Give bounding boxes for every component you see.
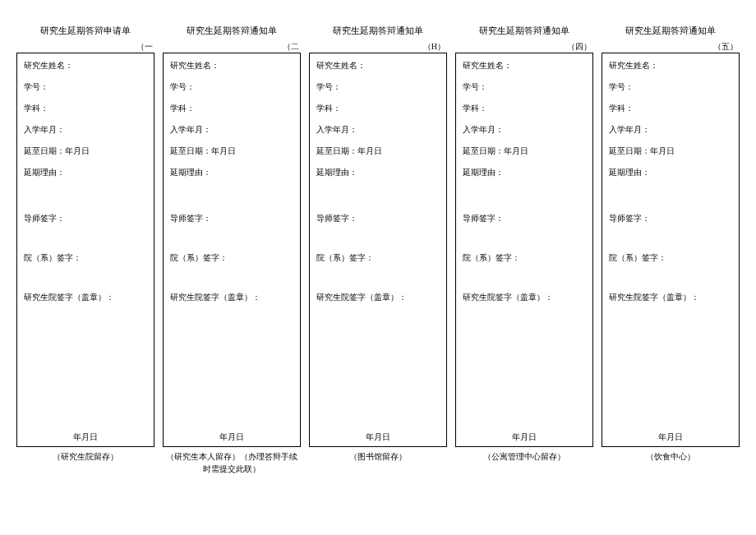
label-enroll: 入学年月： — [170, 124, 293, 136]
label-subject: 学科： — [170, 103, 293, 114]
form-row: 研究生延期答辩申请单 （一 研究生姓名： 学号： 学科： 入学年月： 延至日期：… — [16, 25, 740, 475]
label-id: 学号： — [609, 81, 732, 93]
form-box: 研究生姓名： 学号： 学科： 入学年月： 延至日期：年月日 延期理由： 导师签字… — [163, 53, 301, 447]
label-advisor: 导师签字： — [316, 213, 440, 224]
label-reason: 延期理由： — [170, 167, 293, 178]
slip-3: 研究生延期答辩通知单 （H） 研究生姓名： 学号： 学科： 入学年月： 延至日期… — [309, 25, 447, 475]
label-grad: 研究生院签字（盖章）： — [316, 292, 440, 303]
label-delay-to: 延至日期：年月日 — [463, 145, 586, 157]
label-dept: 院（系）签字： — [170, 252, 293, 264]
label-grad: 研究生院签字（盖章）： — [609, 292, 732, 303]
label-name: 研究生姓名： — [170, 60, 293, 71]
slip-1: 研究生延期答辩申请单 （一 研究生姓名： 学号： 学科： 入学年月： 延至日期：… — [16, 25, 154, 475]
form-box: 研究生姓名： 学号： 学科： 入学年月： 延至日期：年月日 延期理由： 导师签字… — [602, 53, 740, 447]
label-name: 研究生姓名： — [24, 60, 147, 71]
label-reason: 延期理由： — [463, 167, 586, 178]
label-advisor: 导师签字： — [24, 213, 147, 224]
footer: （图书馆留存） — [309, 450, 447, 475]
label-delay-to: 延至日期：年月日 — [609, 145, 732, 157]
footer: （研究生本人留存）（办理答辩手续时需提交此联） — [163, 450, 301, 475]
label-enroll: 入学年月： — [463, 124, 586, 136]
label-enroll: 入学年月： — [24, 124, 147, 136]
date-bottom: 年月日 — [609, 431, 732, 443]
label-delay-to: 延至日期：年月日 — [316, 145, 440, 157]
label-delay-to: 延至日期：年月日 — [24, 145, 147, 157]
label-reason: 延期理由： — [24, 167, 147, 178]
label-reason: 延期理由： — [609, 167, 732, 178]
form-box: 研究生姓名： 学号： 学科： 入学年月： 延至日期：年月日 延期理由： 导师签字… — [16, 53, 154, 447]
slip-4: 研究生延期答辩通知单 （四） 研究生姓名： 学号： 学科： 入学年月： 延至日期… — [455, 25, 593, 475]
label-subject: 学科： — [463, 103, 586, 114]
date-bottom: 年月日 — [463, 431, 586, 443]
label-subject: 学科： — [316, 103, 440, 114]
label-enroll: 入学年月： — [316, 124, 440, 136]
form-box: 研究生姓名： 学号： 学科： 入学年月： 延至日期：年月日 延期理由： 导师签字… — [309, 53, 447, 447]
label-grad: 研究生院签字（盖章）： — [170, 292, 293, 303]
date-bottom: 年月日 — [316, 431, 440, 443]
slip-2: 研究生延期答辩通知单 （二 研究生姓名： 学号： 学科： 入学年月： 延至日期：… — [163, 25, 301, 475]
page-number: （四） — [455, 41, 593, 53]
slip-title: 研究生延期答辩通知单 — [455, 25, 593, 36]
label-dept: 院（系）签字： — [463, 252, 586, 264]
page-number: （五） — [602, 41, 740, 53]
label-advisor: 导师签字： — [170, 213, 293, 224]
page-number: （一 — [16, 41, 154, 53]
label-name: 研究生姓名： — [463, 60, 586, 71]
page-number: （二 — [163, 41, 301, 53]
label-id: 学号： — [463, 81, 586, 93]
slip-title: 研究生延期答辩通知单 — [163, 25, 301, 36]
form-box: 研究生姓名： 学号： 学科： 入学年月： 延至日期：年月日 延期理由： 导师签字… — [455, 53, 593, 447]
page-number: （H） — [309, 41, 447, 53]
label-subject: 学科： — [24, 103, 147, 114]
footer: （研究生院留存） — [16, 450, 154, 475]
label-grad: 研究生院签字（盖章）： — [463, 292, 586, 303]
label-delay-to: 延至日期：年月日 — [170, 145, 293, 157]
date-bottom: 年月日 — [24, 431, 147, 443]
footer: （饮食中心） — [602, 450, 740, 475]
label-id: 学号： — [24, 81, 147, 93]
slip-5: 研究生延期答辩通知单 （五） 研究生姓名： 学号： 学科： 入学年月： 延至日期… — [602, 25, 740, 475]
label-subject: 学科： — [609, 103, 732, 114]
label-enroll: 入学年月： — [609, 124, 732, 136]
label-id: 学号： — [316, 81, 440, 93]
label-name: 研究生姓名： — [316, 60, 440, 71]
label-dept: 院（系）签字： — [609, 252, 732, 264]
label-name: 研究生姓名： — [609, 60, 732, 71]
label-advisor: 导师签字： — [609, 213, 732, 224]
slip-title: 研究生延期答辩通知单 — [602, 25, 740, 36]
label-dept: 院（系）签字： — [24, 252, 147, 264]
label-id: 学号： — [170, 81, 293, 93]
label-reason: 延期理由： — [316, 167, 440, 178]
footer: （公寓管理中心留存） — [455, 450, 593, 475]
label-grad: 研究生院签字（盖章）： — [24, 292, 147, 303]
label-advisor: 导师签字： — [463, 213, 586, 224]
slip-title: 研究生延期答辩申请单 — [16, 25, 154, 36]
slip-title: 研究生延期答辩通知单 — [309, 25, 447, 36]
date-bottom: 年月日 — [170, 431, 293, 443]
label-dept: 院（系）签字： — [316, 252, 440, 264]
